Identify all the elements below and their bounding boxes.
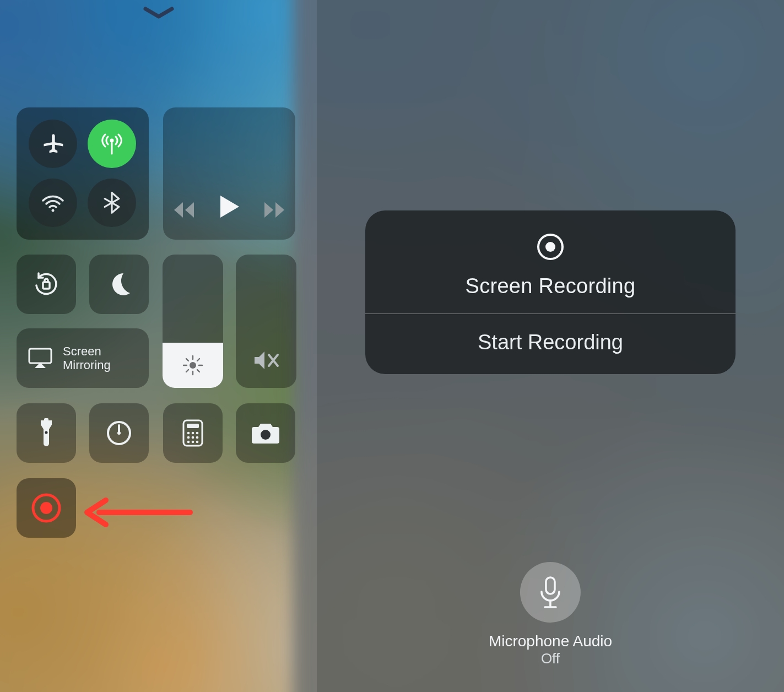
svg-line-11	[197, 370, 199, 372]
flashlight-icon	[36, 418, 56, 448]
control-center-panel: Screen Mirroring	[0, 0, 317, 692]
svg-point-35	[545, 242, 555, 252]
microphone-audio-state: Off	[489, 650, 612, 667]
svg-point-27	[187, 441, 190, 444]
bluetooth-toggle[interactable]	[88, 179, 136, 227]
svg-point-22	[192, 432, 194, 435]
screen-mirroring-label: Screen Mirroring	[63, 344, 111, 372]
screen-record-button[interactable]	[17, 478, 76, 538]
timer-button[interactable]	[89, 403, 149, 463]
wifi-toggle[interactable]	[29, 179, 77, 227]
airplane-icon	[41, 132, 65, 156]
bluetooth-icon	[100, 191, 124, 215]
microphone-icon	[537, 575, 564, 609]
microphone-audio-toggle[interactable]: Microphone Audio Off	[489, 562, 612, 667]
svg-point-25	[192, 436, 194, 439]
record-icon	[536, 233, 565, 261]
svg-rect-3	[43, 282, 50, 289]
card-title: Screen Recording	[466, 274, 636, 298]
moon-icon	[106, 271, 132, 298]
svg-point-30	[261, 430, 271, 440]
chevron-down-icon[interactable]	[137, 1, 181, 23]
volume-slider[interactable]	[236, 255, 296, 388]
record-icon	[30, 492, 62, 524]
svg-rect-36	[546, 577, 555, 594]
connectivity-tile[interactable]	[17, 107, 149, 240]
annotation-arrow-icon	[83, 496, 193, 531]
calculator-icon	[182, 419, 204, 447]
svg-rect-20	[187, 424, 199, 428]
start-recording-button[interactable]: Start Recording	[365, 314, 736, 374]
svg-line-13	[197, 359, 199, 361]
svg-point-21	[187, 432, 190, 435]
cellular-antenna-icon	[99, 131, 125, 157]
camera-icon	[251, 421, 280, 445]
svg-point-2	[52, 209, 55, 212]
svg-point-26	[196, 436, 199, 439]
wifi-icon	[40, 190, 66, 216]
svg-point-23	[196, 432, 199, 435]
airplay-icon	[28, 347, 53, 369]
svg-line-10	[186, 359, 188, 361]
rewind-icon[interactable]	[171, 200, 197, 220]
screen-mirroring-button[interactable]: Screen Mirroring	[17, 328, 149, 388]
svg-point-29	[196, 441, 199, 444]
svg-point-28	[192, 441, 194, 444]
calculator-button[interactable]	[163, 403, 223, 463]
flashlight-button[interactable]	[17, 403, 76, 463]
fast-forward-icon[interactable]	[261, 200, 288, 220]
svg-point-5	[190, 362, 196, 369]
media-controls-tile[interactable]	[163, 107, 295, 240]
svg-point-24	[187, 436, 190, 439]
svg-point-32	[40, 502, 52, 514]
volume-muted-icon	[252, 348, 280, 372]
svg-point-18	[117, 431, 121, 435]
sun-icon	[182, 354, 204, 376]
play-icon[interactable]	[217, 193, 241, 220]
cellular-data-toggle[interactable]	[88, 120, 136, 168]
microphone-audio-label: Microphone Audio	[489, 632, 612, 650]
camera-button[interactable]	[236, 403, 295, 463]
brightness-slider[interactable]	[163, 255, 223, 388]
airplane-mode-toggle[interactable]	[29, 120, 77, 168]
svg-rect-14	[44, 418, 48, 421]
svg-point-0	[110, 139, 114, 143]
svg-rect-4	[29, 349, 51, 363]
screen-recording-card: Screen Recording Start Recording	[365, 210, 736, 374]
timer-icon	[105, 419, 133, 447]
do-not-disturb-button[interactable]	[89, 255, 149, 314]
orientation-lock-icon	[31, 269, 62, 300]
orientation-lock-button[interactable]	[17, 255, 76, 314]
svg-point-15	[45, 431, 48, 434]
svg-line-12	[186, 370, 188, 372]
screen-recording-expanded-panel: Screen Recording Start Recording	[317, 0, 784, 692]
